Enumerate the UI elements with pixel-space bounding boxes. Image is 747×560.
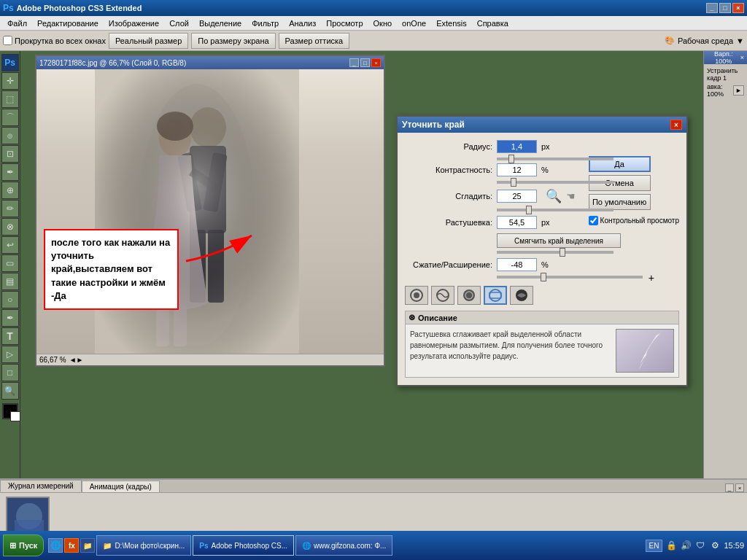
taskbar-item-2[interactable]: Ps Adobe Photoshop CS... <box>193 535 294 556</box>
feather-input[interactable] <box>497 216 537 229</box>
menu-onone[interactable]: onOne <box>398 18 430 29</box>
radius-input[interactable] <box>497 140 537 153</box>
zoom-tool[interactable]: 🔍 <box>1 382 19 400</box>
smooth-slider-thumb[interactable] <box>526 206 532 214</box>
soften-edge-button[interactable]: Смягчить край выделения <box>497 233 621 248</box>
smooth-slider[interactable] <box>497 209 614 211</box>
tray-av-icon[interactable]: 🛡 <box>694 540 706 551</box>
firefox-icon[interactable]: fx <box>64 538 79 553</box>
menu-layer[interactable]: Слой <box>165 18 193 29</box>
workspace-dropdown-icon[interactable]: ▼ <box>736 36 744 45</box>
image-minimize-btn[interactable]: _ <box>349 58 359 67</box>
selection-tool[interactable]: ⬚ <box>1 90 19 108</box>
menu-help[interactable]: Справка <box>473 18 513 29</box>
menu-view[interactable]: Просмотр <box>322 18 367 29</box>
bottom-panel-close-btn[interactable]: × <box>735 483 744 492</box>
hand-icon[interactable]: ☚ <box>566 190 576 202</box>
menu-file[interactable]: Файл <box>3 18 31 29</box>
clone-tool[interactable]: ⊗ <box>1 218 19 236</box>
menu-filter[interactable]: Фильтр <box>247 18 283 29</box>
image-window-title-text: 17280171f88c.jpg @ 66,7% (Слой 0, RGB/8) <box>39 59 186 67</box>
scroll-all-input[interactable] <box>3 36 12 45</box>
preview-checkbox-input[interactable] <box>589 216 598 225</box>
taskbar-item-1-label: D:\Мои фото\скрин... <box>115 542 185 550</box>
feather-slider-thumb[interactable] <box>560 248 565 257</box>
right-panel-btn[interactable]: ► <box>733 85 744 96</box>
contrast-input[interactable] <box>497 163 537 176</box>
feather-slider[interactable] <box>497 251 614 254</box>
dodge-tool[interactable]: ○ <box>1 291 19 308</box>
zoom-icon[interactable]: 🔍 <box>546 188 562 204</box>
folder-icon[interactable]: 📁 <box>80 538 95 553</box>
preview-checkbox-row[interactable]: Контрольный просмотр <box>589 216 679 225</box>
smooth-input[interactable] <box>497 190 537 203</box>
default-button[interactable]: По умолчанию <box>589 194 651 210</box>
title-bar-left: Ps Adobe Photoshop CS3 Extended <box>3 3 142 13</box>
scroll-all-checkbox[interactable]: Прокрутка во всех окнах <box>3 36 106 45</box>
mode-icon-2[interactable] <box>431 286 454 305</box>
pen-tool[interactable]: ✒ <box>1 309 19 327</box>
print-size-button[interactable]: Размер оттиска <box>279 33 350 49</box>
nav-arrow-left[interactable]: ◄ <box>69 356 77 364</box>
tab-animation[interactable]: Анимация (кадры) <box>82 481 160 492</box>
contract-row: Сжатие/Расширение: % <box>405 258 679 271</box>
path-select-tool[interactable]: ▷ <box>1 346 19 363</box>
shape-tool[interactable]: □ <box>1 364 19 381</box>
mode-icon-3[interactable] <box>457 286 481 305</box>
text-tool[interactable]: T <box>1 327 19 345</box>
menu-edit[interactable]: Редактирование <box>33 18 103 29</box>
radius-slider[interactable] <box>497 158 614 160</box>
menu-window[interactable]: Окно <box>369 18 397 29</box>
tray-sound-icon[interactable]: 🔊 <box>680 540 692 551</box>
menu-select[interactable]: Выделение <box>195 18 246 29</box>
radius-slider-thumb[interactable] <box>508 155 514 163</box>
close-button[interactable]: × <box>732 3 744 13</box>
menu-analysis[interactable]: Анализ <box>285 18 320 29</box>
image-maximize-btn[interactable]: □ <box>360 58 370 67</box>
couple-figure <box>95 69 299 354</box>
magic-wand-tool[interactable]: ⌾ <box>1 127 19 144</box>
mode-icon-4[interactable] <box>484 286 507 305</box>
canvas-area: 17280171f88c.jpg @ 66,7% (Слой 0, RGB/8)… <box>20 51 747 478</box>
workspace-label: Рабочая среда <box>678 36 733 45</box>
dialog-body: Да Отмена По умолчанию Контрольный просм… <box>398 133 686 385</box>
taskbar-item-2-label: Adobe Photoshop CS... <box>212 542 288 550</box>
menu-image[interactable]: Изображение <box>104 18 163 29</box>
description-header[interactable]: ⊛ Описание <box>405 311 679 324</box>
contrast-slider[interactable] <box>497 181 614 184</box>
taskbar-item-3[interactable]: 🌐 www.gifzona.com: Ф... <box>295 535 392 556</box>
tray-misc-icon[interactable]: ⚙ <box>709 540 721 551</box>
lasso-tool[interactable]: ⌒ <box>1 109 19 126</box>
eraser-tool[interactable]: ▭ <box>1 254 19 272</box>
contract-slider-thumb[interactable] <box>541 273 546 281</box>
nav-arrow-right[interactable]: ► <box>77 356 84 364</box>
actual-size-button[interactable]: Реальный размер <box>109 33 188 49</box>
dialog-close-button[interactable]: × <box>670 120 682 130</box>
eyedropper-tool[interactable]: ✒ <box>1 163 19 181</box>
taskbar-item-1[interactable]: 📁 D:\Мои фото\скрин... <box>96 535 191 556</box>
mode-icon-1[interactable] <box>405 286 428 305</box>
gradient-tool[interactable]: ▤ <box>1 273 19 290</box>
bottom-panel-minimize-btn[interactable]: _ <box>725 483 734 492</box>
image-close-btn[interactable]: × <box>371 58 381 67</box>
contract-slider[interactable]: + <box>497 276 643 279</box>
ie-icon[interactable]: 🌐 <box>48 538 63 553</box>
right-panel-close-icon[interactable]: × <box>740 54 744 61</box>
healing-tool[interactable]: ⊕ <box>1 182 19 199</box>
contrast-slider-thumb[interactable] <box>511 178 516 187</box>
mode-icon-5[interactable] <box>510 286 533 305</box>
maximize-button[interactable]: □ <box>719 3 731 13</box>
brush-tool[interactable]: ✏ <box>1 200 19 217</box>
menu-extensis[interactable]: Extensis <box>432 18 471 29</box>
crop-tool[interactable]: ⊡ <box>1 145 19 163</box>
history-tool[interactable]: ↩ <box>1 236 19 254</box>
move-tool[interactable]: ✛ <box>1 72 19 90</box>
fit-screen-button[interactable]: По размеру экрана <box>191 33 275 49</box>
tray-network-icon[interactable]: 🔒 <box>665 540 677 551</box>
start-button[interactable]: ⊞ Пуск <box>3 534 44 556</box>
contract-input[interactable] <box>497 258 537 271</box>
foreground-color[interactable] <box>2 403 18 419</box>
contract-label: Сжатие/Расширение: <box>405 260 492 269</box>
tab-journal[interactable]: Журнал измерений <box>0 480 82 492</box>
minimize-button[interactable]: _ <box>706 3 718 13</box>
